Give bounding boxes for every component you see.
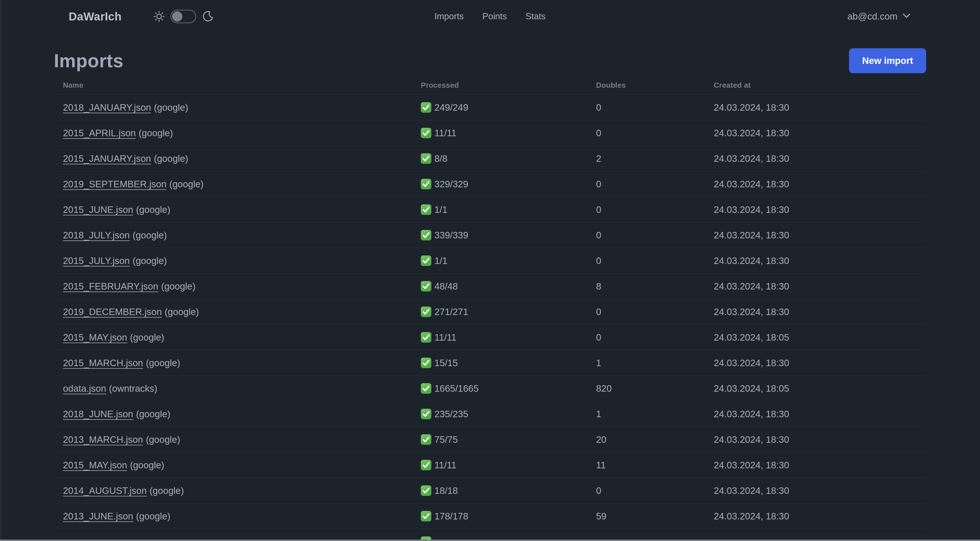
table-row: 2019_DECEMBER.json(google) 271/271 0 24.…	[54, 299, 926, 324]
theme-toggle-group	[153, 10, 214, 23]
import-source: (google)	[165, 306, 199, 317]
processed-count: 8/8	[434, 153, 447, 164]
import-source: (google)	[138, 128, 173, 138]
app-logo[interactable]: DaWarIch	[68, 10, 122, 23]
created-at: 24.03.2024, 18:30	[714, 204, 926, 215]
doubles-count: 20	[596, 434, 714, 445]
doubles-count: 0	[596, 204, 714, 215]
check-mark-icon	[421, 281, 431, 292]
created-at: 24.03.2024, 18:30	[714, 128, 926, 139]
table-row: 2015_FEBRUARY.json(google) 48/48 8 24.03…	[54, 273, 926, 299]
nav-link-points[interactable]: Points	[482, 11, 507, 22]
created-at: 24.03.2024, 18:30	[714, 179, 926, 190]
created-at: 24.03.2024, 18:05	[714, 383, 926, 394]
check-mark-icon	[421, 230, 431, 240]
processed-count: 178/178	[434, 511, 468, 522]
doubles-count: 820	[596, 383, 714, 394]
user-menu[interactable]: ab@cd.com	[847, 11, 910, 22]
theme-switch-knob	[172, 11, 182, 22]
processed-count: 1/1	[434, 204, 447, 215]
import-file-link[interactable]: 2014_AUGUST.json	[63, 485, 146, 496]
import-file-link[interactable]: 2013_MARCH.json	[63, 434, 143, 445]
table-row: 2018_JULY.json(google) 339/339 0 24.03.2…	[54, 222, 926, 248]
import-file-link[interactable]: odata.json	[63, 383, 106, 394]
table-row: 2018_JUNE.json(google) 235/235 1 24.03.2…	[54, 401, 926, 427]
import-file-link[interactable]: 2015_APRIL.json	[63, 128, 136, 138]
table-row: 2015_JUNE.json(google) 1/1 0 24.03.2024,…	[54, 197, 926, 222]
table-row: 2018_JANUARY.json(google) 249/249 0 24.0…	[54, 94, 926, 120]
processed-count: 18/18	[434, 485, 458, 496]
import-file-link[interactable]: 2018_JULY.json	[63, 230, 130, 240]
column-header-doubles: Doubles	[596, 81, 714, 90]
page-title: Imports	[54, 50, 124, 72]
created-at: 24.03.2024, 18:30	[714, 102, 926, 113]
import-source: (google)	[132, 255, 167, 266]
table-row: 2013_JUNE.json(google) 178/178 59 24.03.…	[54, 503, 926, 529]
import-file-link[interactable]: 2018_JANUARY.json	[63, 102, 151, 113]
table-row: 2015_JANUARY.json(google) 8/8 2 24.03.20…	[54, 145, 926, 171]
top-navbar: DaWarIch Imports Points	[0, 0, 980, 33]
doubles-count: 1	[596, 357, 714, 369]
doubles-count: 0	[596, 179, 714, 190]
import-file-link[interactable]: 2018_JUNE.json	[63, 409, 133, 419]
theme-switch[interactable]	[170, 10, 196, 23]
table-row: 2015_MAY.json(google) 11/11 0 24.03.2024…	[54, 324, 926, 350]
import-file-link[interactable]: 2019_SEPTEMBER.json	[63, 179, 167, 189]
nav-link-stats[interactable]: Stats	[525, 11, 546, 22]
import-source: (google)	[146, 434, 180, 445]
sun-icon	[153, 11, 165, 22]
doubles-count: 2	[596, 153, 714, 164]
processed-count: 11/11	[434, 128, 457, 139]
check-mark-icon	[421, 485, 431, 496]
imports-table: Name Processed Doubles Created at 2018_J…	[54, 76, 926, 541]
imports-page: Imports New import Name Processed Double…	[0, 48, 980, 541]
import-file-link[interactable]: 2015_MAY.json	[63, 332, 127, 343]
main-navigation: Imports Points Stats	[434, 11, 546, 22]
check-mark-icon	[421, 511, 431, 522]
table-row: 2019_SEPTEMBER.json(google) 329/329 0 24…	[54, 171, 926, 197]
import-source: (owntracks)	[109, 383, 158, 394]
check-mark-icon	[421, 434, 431, 445]
check-mark-icon	[421, 409, 431, 419]
import-file-link[interactable]: 2015_JUNE.json	[63, 204, 133, 215]
doubles-count: 0	[596, 332, 714, 343]
window-left-edge	[0, 0, 2, 541]
check-mark-icon	[421, 204, 431, 215]
doubles-count: 0	[596, 230, 714, 241]
import-file-link[interactable]: 2015_MAY.json	[63, 460, 127, 470]
new-import-button[interactable]: New import	[849, 48, 926, 73]
created-at: 24.03.2024, 18:30	[714, 230, 926, 241]
doubles-count: 0	[596, 485, 714, 496]
import-file-link[interactable]: 2019_DECEMBER.json	[63, 306, 162, 317]
check-mark-icon	[421, 460, 431, 470]
created-at: 24.03.2024, 18:30	[714, 255, 926, 266]
table-row: 2013_MARCH.json(google) 75/75 20 24.03.2…	[54, 427, 926, 452]
check-mark-icon	[421, 332, 431, 343]
import-source: (google)	[169, 179, 204, 189]
import-file-link[interactable]: 2015_JULY.json	[63, 255, 130, 266]
doubles-count: 0	[596, 306, 714, 318]
import-file-link[interactable]: 2015_FEBRUARY.json	[63, 281, 158, 292]
import-file-link[interactable]: 2015_JANUARY.json	[63, 153, 151, 164]
processed-count: 1665/1665	[434, 383, 479, 394]
doubles-count: 0	[596, 102, 714, 113]
created-at: 24.03.2024, 18:30	[714, 306, 926, 318]
doubles-count: 11	[596, 460, 714, 471]
table-row: 2014_AUGUST.json(google) 18/18 0 24.03.2…	[54, 478, 926, 503]
import-file-link[interactable]: 2015_MARCH.json	[63, 357, 143, 368]
processed-count: 1/1	[434, 255, 447, 266]
processed-count: 329/329	[434, 179, 468, 190]
processed-count: 339/339	[434, 230, 468, 241]
import-file-link[interactable]: 2013_JUNE.json	[63, 511, 133, 522]
check-mark-icon	[421, 357, 431, 368]
column-header-processed: Processed	[421, 81, 596, 90]
doubles-count: 8	[596, 281, 714, 292]
created-at: 24.03.2024, 18:30	[714, 511, 926, 522]
created-at: 24.03.2024, 18:05	[714, 332, 926, 343]
import-source: (google)	[161, 281, 196, 292]
table-row: 2015_JULY.json(google) 1/1 0 24.03.2024,…	[54, 248, 926, 273]
processed-count: 11/11	[434, 460, 457, 471]
nav-link-imports[interactable]: Imports	[434, 11, 464, 22]
processed-count: 48/48	[434, 281, 458, 292]
import-source: (google)	[154, 102, 188, 113]
